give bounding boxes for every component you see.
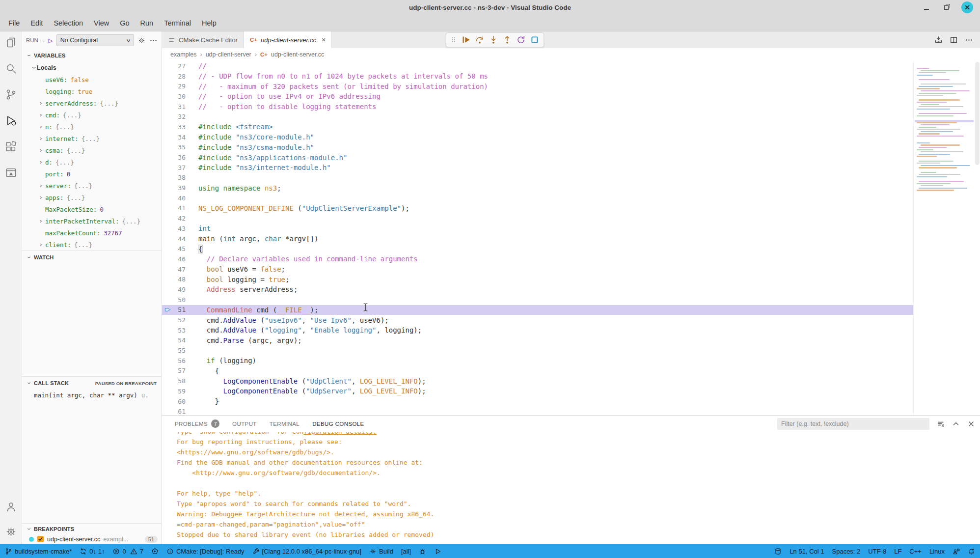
line-number[interactable]: 46 [173,255,186,263]
line-number[interactable]: 48 [173,276,186,283]
variable-row[interactable]: useV6:false [22,74,162,85]
configure-gear-icon[interactable] [137,36,146,45]
line-number[interactable]: 51 [173,306,186,313]
source-control-icon[interactable] [4,88,18,101]
line-number[interactable]: 47 [173,266,186,273]
maximize-panel-icon[interactable] [952,420,960,428]
filter-input[interactable] [781,420,926,427]
debug-config-dropdown[interactable]: No Configural ∨ [56,34,134,46]
status-item[interactable] [419,548,426,555]
line-number[interactable]: 32 [173,113,186,120]
breakpoint-checkbox[interactable] [37,535,44,543]
breakpoints-header[interactable]: › BREAKPOINTS [22,524,162,534]
tab-udp-client-server[interactable]: C+ udp-client-server.cc × [244,31,332,48]
call-stack-header[interactable]: › CALL STACK PAUSED ON BREAKPOINT [22,377,162,390]
status-item[interactable] [968,548,975,555]
menu-item-edit[interactable]: Edit [25,17,48,29]
settings-gear-icon[interactable] [4,525,18,538]
status-item-lf[interactable]: LF [894,548,901,555]
variable-row[interactable]: ›interPacketInterval:{...} [22,215,162,227]
step-into-button[interactable] [489,35,498,44]
breakpoint-row[interactable]: udp-client-server.cc exampl... 51 [22,534,162,543]
current-line-arrow-icon[interactable] [162,306,173,313]
variable-row[interactable]: ›internet:{...} [22,133,162,144]
line-number[interactable]: 53 [173,327,186,334]
status-item[interactable] [151,548,159,555]
restart-button[interactable] [517,35,525,44]
status-item-all[interactable]: [all] [401,548,411,555]
continue-button[interactable] [462,35,470,44]
status-item-0-1[interactable]: 0↓ 1↑ [80,548,105,555]
watch-header[interactable]: › WATCH [22,251,162,264]
close-button[interactable]: ✕ [961,1,973,13]
line-number[interactable]: 37 [173,164,186,171]
variable-row[interactable]: ›n:{...} [22,121,162,133]
line-number[interactable]: 52 [173,316,186,324]
run-debug-icon[interactable] [4,114,18,127]
line-number[interactable]: 42 [173,215,186,222]
account-icon[interactable] [4,500,18,513]
status-item[interactable] [953,548,960,555]
search-icon[interactable] [4,62,18,75]
locals-group[interactable]: › Locals [22,62,162,74]
variable-row[interactable]: ›csma:{...} [22,144,162,156]
variable-row[interactable]: ›apps:{...} [22,192,162,203]
maximize-button[interactable] [942,3,951,12]
status-item-spaces-2[interactable]: Spaces: 2 [832,548,861,555]
start-debug-icon[interactable]: ▷ [48,37,53,44]
menu-item-run[interactable]: Run [135,17,159,29]
console-prompt[interactable]: > [177,540,980,544]
line-number[interactable]: 33 [173,123,186,131]
status-item-build[interactable]: Build [369,548,393,555]
line-number[interactable]: 58 [173,377,186,385]
line-number[interactable]: 31 [173,103,186,111]
stop-button[interactable] [530,35,539,44]
variable-row[interactable]: ›server:{...} [22,180,162,192]
line-number[interactable]: 34 [173,134,186,141]
variable-row[interactable]: MaxPacketSize:0 [22,203,162,215]
menu-item-view[interactable]: View [88,17,114,29]
minimize-button[interactable] [922,3,931,12]
menu-item-help[interactable]: Help [196,17,222,29]
split-editor-icon[interactable] [950,36,958,44]
line-number[interactable]: 60 [173,398,186,405]
clear-console-icon[interactable] [937,420,945,428]
status-item-7[interactable]: 7 [130,548,143,555]
line-number[interactable]: 57 [173,367,186,374]
line-number[interactable]: 43 [173,225,186,232]
status-item-utf-8[interactable]: UTF-8 [868,548,886,555]
variable-row[interactable]: ›cmd:{...} [22,109,162,121]
status-item[interactable] [434,548,441,555]
line-number[interactable]: 29 [173,83,186,90]
more-actions-icon[interactable] [965,36,973,44]
panel-tab-problems[interactable]: PROBLEMS7 [175,416,219,432]
status-item-cmake-debug-ready[interactable]: CMake: [Debug]: Ready [166,548,245,555]
run-task-tray-icon[interactable] [934,36,943,44]
line-number[interactable]: 61 [173,408,186,415]
line-number[interactable]: 55 [173,347,186,354]
line-number[interactable]: 41 [173,204,186,212]
status-item[interactable] [774,548,782,555]
line-number[interactable]: 50 [173,296,186,304]
panel-tab-debug-console[interactable]: DEBUG CONSOLE [312,416,364,432]
step-over-button[interactable] [475,35,484,44]
close-panel-icon[interactable] [967,420,975,428]
step-out-button[interactable] [503,35,512,44]
status-item-buildsystem-cmake[interactable]: buildsystem-cmake* [5,548,72,555]
variable-row[interactable]: ›client:{...} [22,239,162,251]
more-actions-icon[interactable] [149,36,158,45]
menu-item-selection[interactable]: Selection [48,17,88,29]
panel-tab-terminal[interactable]: TERMINAL [270,416,299,432]
variable-row[interactable]: maxPacketCount:32767 [22,227,162,239]
extensions-icon[interactable] [4,140,18,153]
variable-row[interactable]: logging:true [22,85,162,97]
variable-row[interactable]: ›serverAddress:{...} [22,97,162,109]
line-number[interactable]: 35 [173,143,186,151]
line-number[interactable]: 56 [173,357,186,364]
editor-scrollbar[interactable] [975,61,980,415]
status-item-clang-12-0-0-x86-64-pc-linux-gnu[interactable]: [Clang 12.0.0 x86_64-pc-linux-gnu] [252,548,361,555]
cmake-panel-icon[interactable] [4,166,18,179]
tab-cmake-cache-editor[interactable]: CMake Cache Editor [162,31,244,48]
menu-item-file[interactable]: File [3,17,25,29]
status-item-0[interactable]: 0 [112,548,126,555]
